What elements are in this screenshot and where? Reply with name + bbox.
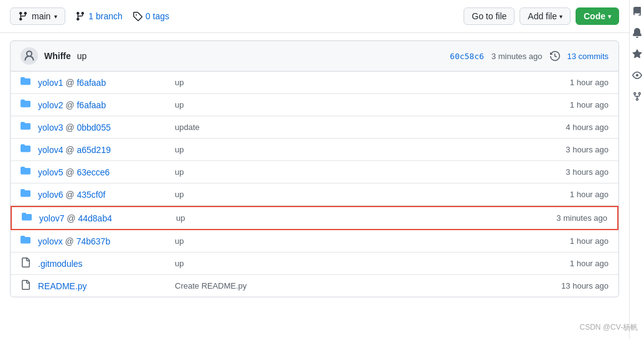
folder-icon bbox=[21, 77, 33, 88]
avatar bbox=[21, 47, 38, 65]
commit-author: Whiffe bbox=[44, 51, 71, 61]
add-file-button[interactable]: Add file ▾ bbox=[520, 7, 571, 25]
file-time: 1 hour ago bbox=[534, 259, 609, 268]
file-name[interactable]: yolov1 @ f6afaab bbox=[38, 78, 175, 88]
table-row: yolov3 @ 0bbd055update4 hours ago bbox=[11, 116, 618, 139]
code-sidebar-icon[interactable] bbox=[632, 6, 643, 17]
file-name[interactable]: yolov3 @ 0bbd055 bbox=[38, 123, 175, 132]
tag-icon bbox=[133, 11, 142, 21]
tag-count: 0 tags bbox=[133, 11, 169, 21]
toolbar-right: Go to file Add file ▾ Code ▾ bbox=[464, 7, 619, 25]
file-name[interactable]: yolov2 @ f6afaab bbox=[38, 100, 175, 110]
table-row: yolov2 @ f6afaabup1 hour ago bbox=[11, 94, 618, 116]
file-commit: up bbox=[176, 213, 533, 223]
file-name[interactable]: yolovx @ 74b637b bbox=[38, 236, 175, 246]
branch-count: 1 branch bbox=[75, 11, 122, 21]
sidebar-icons bbox=[629, 0, 644, 339]
branch-count-link[interactable]: 1 branch bbox=[88, 11, 122, 21]
table-row: yolovx @ 74b637bup1 hour ago bbox=[11, 230, 618, 253]
commit-row-right: 60c58c6 3 minutes ago 13 commits bbox=[450, 51, 609, 61]
file-commit: update bbox=[175, 123, 534, 132]
file-name[interactable]: README.py bbox=[38, 281, 175, 291]
folder-icon bbox=[21, 99, 33, 111]
notification-sidebar-icon[interactable] bbox=[632, 27, 643, 39]
file-name[interactable]: yolov4 @ a65d219 bbox=[38, 145, 175, 155]
file-table: yolov1 @ f6afaabup1 hour agoyolov2 @ f6a… bbox=[10, 72, 619, 297]
folder-icon bbox=[21, 144, 33, 156]
file-time: 1 hour ago bbox=[534, 100, 609, 109]
file-commit: up bbox=[175, 236, 534, 246]
file-icon bbox=[21, 258, 33, 269]
file-time: 1 hour ago bbox=[534, 190, 609, 199]
toolbar: main ▾ 1 branch 0 tags bbox=[0, 0, 629, 33]
history-icon bbox=[550, 51, 560, 61]
commit-time: 3 minutes ago bbox=[492, 52, 543, 61]
watermark: CSDN @CV-杨帆 bbox=[579, 322, 638, 333]
code-chevron-icon: ▾ bbox=[608, 13, 611, 20]
branch-count-icon bbox=[75, 11, 85, 21]
file-commit: up bbox=[175, 78, 534, 87]
file-time: 3 hours ago bbox=[534, 167, 609, 177]
go-to-file-button[interactable]: Go to file bbox=[464, 7, 515, 25]
star-sidebar-icon[interactable] bbox=[632, 49, 643, 60]
file-commit: up bbox=[175, 167, 534, 177]
table-row: yolov1 @ f6afaabup1 hour ago bbox=[11, 72, 618, 94]
table-row: .gitmodulesup1 hour ago bbox=[11, 253, 618, 275]
commit-message: up bbox=[77, 51, 87, 61]
folder-icon bbox=[21, 188, 33, 200]
file-time: 3 minutes ago bbox=[533, 213, 607, 223]
commit-hash[interactable]: 60c58c6 bbox=[450, 52, 484, 61]
branch-dropdown[interactable]: main ▾ bbox=[10, 7, 65, 25]
add-file-chevron-icon: ▾ bbox=[559, 13, 562, 20]
file-commit: up bbox=[175, 259, 534, 268]
file-time: 1 hour ago bbox=[534, 236, 609, 246]
file-name[interactable]: yolov7 @ 44d8ab4 bbox=[39, 213, 176, 223]
code-button[interactable]: Code ▾ bbox=[576, 7, 619, 25]
commits-count-link[interactable]: 13 commits bbox=[567, 52, 609, 61]
toolbar-left: main ▾ 1 branch 0 tags bbox=[10, 7, 169, 25]
file-time: 4 hours ago bbox=[534, 123, 609, 132]
folder-icon bbox=[21, 166, 33, 178]
eye-sidebar-icon[interactable] bbox=[632, 70, 643, 81]
file-name[interactable]: yolov6 @ 435cf0f bbox=[38, 190, 175, 200]
file-commit: up bbox=[175, 100, 534, 109]
chevron-down-icon: ▾ bbox=[54, 13, 57, 20]
table-row: README.pyCreate README.py13 hours ago bbox=[11, 275, 618, 297]
file-time: 13 hours ago bbox=[534, 281, 609, 290]
file-time: 1 hour ago bbox=[534, 78, 609, 87]
table-row: yolov4 @ a65d219up3 hours ago bbox=[11, 139, 618, 161]
folder-icon bbox=[21, 235, 33, 247]
table-row: yolov5 @ 63ecce6up3 hours ago bbox=[11, 161, 618, 183]
folder-icon bbox=[22, 212, 34, 224]
tag-count-link[interactable]: 0 tags bbox=[146, 11, 169, 21]
file-commit: Create README.py bbox=[175, 281, 534, 290]
fork-sidebar-icon[interactable] bbox=[632, 91, 643, 102]
branch-label: main bbox=[32, 11, 50, 21]
file-commit: up bbox=[175, 145, 534, 154]
file-time: 3 hours ago bbox=[534, 145, 609, 154]
file-icon bbox=[21, 280, 33, 292]
folder-icon bbox=[21, 121, 33, 133]
table-row: yolov6 @ 435cf0fup1 hour ago bbox=[11, 183, 618, 206]
table-row: yolov7 @ 44d8ab4up3 minutes ago bbox=[11, 206, 618, 230]
file-name[interactable]: yolov5 @ 63ecce6 bbox=[38, 167, 175, 177]
file-name[interactable]: .gitmodules bbox=[38, 259, 175, 269]
commit-row: Whiffe up 60c58c6 3 minutes ago 13 commi… bbox=[10, 40, 619, 72]
file-commit: up bbox=[175, 190, 534, 199]
branch-icon bbox=[18, 11, 28, 21]
commit-row-left: Whiffe up bbox=[21, 47, 86, 65]
